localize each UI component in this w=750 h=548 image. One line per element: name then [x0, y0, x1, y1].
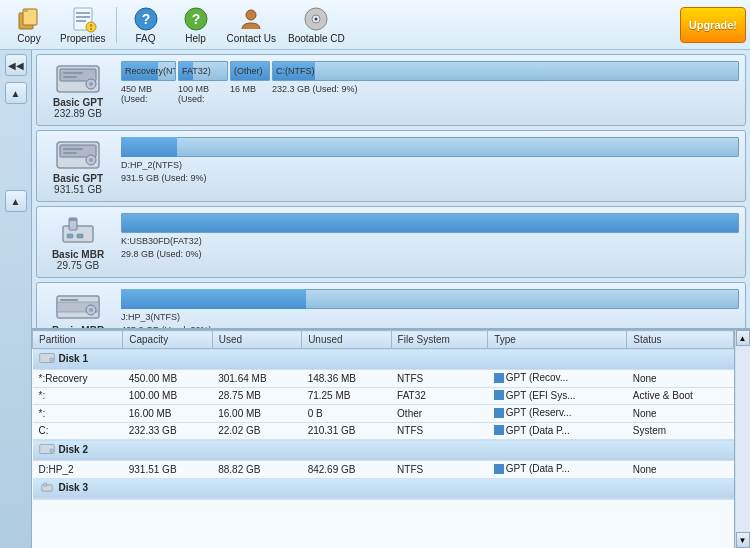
disk-3-type: Basic MBR: [52, 249, 104, 260]
cell-type: GPT (Recov...: [488, 370, 627, 388]
disk-2-size: 931.51 GB: [54, 184, 102, 195]
cell-partition: *:: [33, 405, 123, 423]
cell-fs: Other: [391, 405, 488, 423]
contact-label: Contact Us: [227, 33, 276, 44]
disk-3-label: K:USB30FD(FAT32): [121, 236, 739, 246]
col-partition: Partition: [33, 331, 123, 349]
sidebar: ◀◀ ▲ ▲: [0, 50, 32, 548]
cell-unused: 842.69 GB: [302, 461, 391, 479]
cell-unused: 0 B: [302, 405, 391, 423]
table-row: *: 100.00 MB 28.75 MB 71.25 MB FAT32 GPT…: [33, 387, 734, 405]
cell-partition: *:: [33, 387, 123, 405]
cell-fs: NTFS: [391, 422, 488, 440]
partition-table: Partition Capacity Used Unused File Syst…: [32, 330, 734, 500]
properties-button[interactable]: Properties: [54, 3, 112, 47]
cell-capacity: 100.00 MB: [123, 387, 212, 405]
disk1-header-label: Disk 1: [59, 353, 88, 364]
faq-icon: ?: [132, 5, 160, 33]
disk2-table-icon: [39, 443, 55, 455]
bootable-icon: [302, 5, 330, 33]
cell-unused: 71.25 MB: [302, 387, 391, 405]
disk-panel-1: Basic GPT 232.89 GB Recovery(NTF FAT32): [36, 54, 746, 126]
cell-status: None: [627, 461, 734, 479]
disk-3-bar: [121, 213, 739, 233]
disk-4-icon: [54, 289, 102, 325]
disk-4-label: J:HP_3(NTFS): [121, 312, 739, 322]
table-with-scrollbar: Partition Capacity Used Unused File Syst…: [32, 330, 750, 548]
col-type: Type: [488, 331, 627, 349]
col-status: Status: [627, 331, 734, 349]
svg-rect-2: [24, 10, 28, 12]
svg-rect-29: [63, 152, 77, 154]
sidebar-down-button[interactable]: ▲: [5, 190, 27, 212]
cell-unused: 210.31 GB: [302, 422, 391, 440]
disk-3-icon-area: Basic MBR 29.75 GB: [43, 213, 113, 271]
disk-2-bar: [121, 137, 739, 157]
svg-rect-33: [67, 234, 73, 238]
upgrade-label: Upgrade!: [689, 19, 737, 31]
cell-status: None: [627, 370, 734, 388]
label-c: 232.3 GB (Used: 9%): [272, 84, 739, 104]
bootable-label: Bootable CD: [288, 33, 345, 44]
disk-2-label: D:HP_2(NTFS): [121, 160, 739, 170]
cell-type: GPT (Data P...: [488, 422, 627, 440]
table-disk1-header: Disk 1: [33, 349, 734, 370]
svg-rect-5: [76, 16, 90, 18]
label-recovery: 450 MB (Used:: [121, 84, 176, 104]
toolbar: Copy Properties ? FAQ: [0, 0, 750, 50]
scroll-track[interactable]: [736, 346, 750, 532]
partition-bar-main[interactable]: C:(NTFS): [272, 61, 739, 81]
faq-button[interactable]: ? FAQ: [121, 3, 171, 47]
svg-point-41: [49, 358, 52, 361]
svg-point-27: [89, 158, 93, 162]
svg-rect-9: [90, 28, 92, 30]
svg-point-39: [89, 308, 93, 312]
disk2-header-icon-group: Disk 2: [39, 443, 88, 455]
cell-type: GPT (EFI Sys...: [488, 387, 627, 405]
cell-type: GPT (Reserv...: [488, 405, 627, 423]
svg-point-43: [49, 449, 52, 452]
disk-1-labels: 450 MB (Used: 100 MB (Used: 16 MB 232.3 …: [121, 84, 739, 104]
disk1-table-icon: [39, 352, 55, 364]
help-button[interactable]: ? Help: [171, 3, 221, 47]
scroll-up-button[interactable]: ▲: [736, 330, 750, 346]
svg-rect-32: [69, 218, 77, 221]
scroll-down-button[interactable]: ▼: [736, 532, 750, 548]
disk-2-sublabel: 931.5 GB (Used: 9%): [121, 173, 739, 183]
sidebar-up-button[interactable]: ▲: [5, 82, 27, 104]
svg-rect-22: [63, 72, 83, 74]
partition-bar-other[interactable]: (Other): [230, 61, 270, 81]
svg-point-21: [89, 82, 93, 86]
svg-text:?: ?: [141, 11, 150, 27]
partition-bar-fat32[interactable]: FAT32): [178, 61, 228, 81]
table-scroll-container[interactable]: Partition Capacity Used Unused File Syst…: [32, 330, 734, 548]
svg-rect-34: [77, 234, 83, 238]
disk-1-bar-row: Recovery(NTF FAT32) (Other) C:(NTFS: [121, 61, 739, 81]
col-unused: Unused: [302, 331, 391, 349]
disk-4-partitions: J:HP_3(NTFS) 465.8 GB (Used: 30%): [121, 289, 739, 328]
upgrade-button[interactable]: Upgrade!: [680, 7, 746, 43]
bootable-button[interactable]: Bootable CD: [282, 3, 351, 47]
partition-bar-recovery[interactable]: Recovery(NTF: [121, 61, 176, 81]
cell-status: None: [627, 405, 734, 423]
table-row: *: 16.00 MB 16.00 MB 0 B Other GPT (Rese…: [33, 405, 734, 423]
copy-button[interactable]: Copy: [4, 3, 54, 47]
disk-3-partitions: K:USB30FD(FAT32) 29.8 GB (Used: 0%): [121, 213, 739, 259]
disk-2-icon: [54, 137, 102, 173]
svg-rect-8: [90, 24, 92, 27]
svg-point-17: [315, 18, 318, 21]
main-area: ◀◀ ▲ ▲: [0, 50, 750, 548]
disk-panels-area: Basic GPT 232.89 GB Recovery(NTF FAT32): [32, 50, 750, 328]
contact-button[interactable]: Contact Us: [221, 3, 282, 47]
svg-rect-44: [41, 484, 51, 490]
sidebar-collapse-button[interactable]: ◀◀: [5, 54, 27, 76]
svg-rect-28: [63, 148, 83, 150]
label-other: 16 MB: [230, 84, 270, 104]
toolbar-separator-1: [116, 7, 117, 43]
cell-used: 22.02 GB: [212, 422, 301, 440]
cell-fs: FAT32: [391, 387, 488, 405]
help-icon: ?: [182, 5, 210, 33]
table-scrollbar[interactable]: ▲ ▼: [734, 330, 750, 548]
disk-2-icon-area: Basic GPT 931.51 GB: [43, 137, 113, 195]
cell-fs: NTFS: [391, 461, 488, 479]
